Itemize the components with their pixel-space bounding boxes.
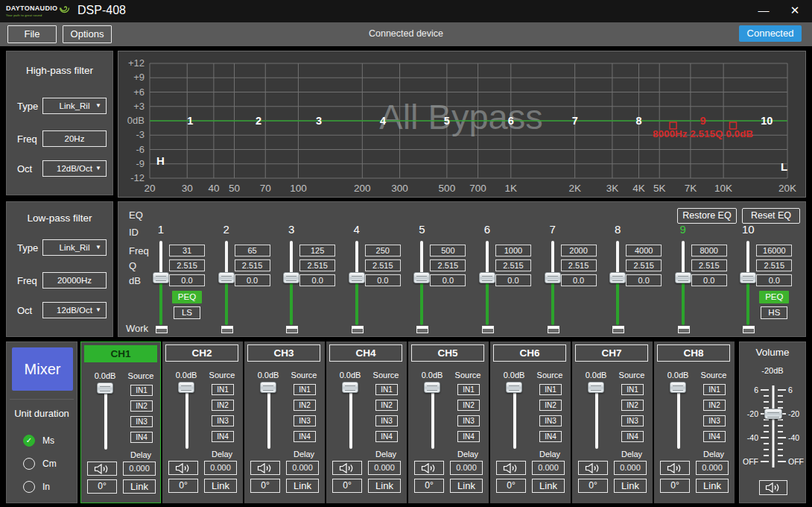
link-button[interactable]: Link: [614, 479, 647, 493]
eq-db-input[interactable]: 0.0: [169, 274, 205, 286]
eq-slider-handle[interactable]: [413, 272, 430, 283]
delay-value-input[interactable]: 0.000: [696, 461, 729, 475]
channel-header[interactable]: CH2: [165, 344, 238, 362]
eq-q-input[interactable]: 2.515: [691, 259, 727, 271]
input-select-button[interactable]: IN2: [539, 400, 562, 411]
eq-freq-input[interactable]: 250: [365, 245, 401, 256]
eq-slider-handle[interactable]: [218, 272, 235, 283]
eq-slider-handle[interactable]: [153, 272, 169, 283]
eq-db-input[interactable]: 0.0: [430, 274, 466, 286]
mute-button[interactable]: [414, 461, 444, 475]
reset-eq-button[interactable]: Reset EQ: [742, 208, 800, 224]
eq-freq-input[interactable]: 4000: [626, 245, 662, 256]
high-pass-handle[interactable]: H: [156, 154, 165, 167]
link-button[interactable]: Link: [532, 479, 565, 493]
work-checkbox[interactable]: [612, 326, 624, 333]
input-select-button[interactable]: IN1: [130, 385, 153, 396]
input-select-button[interactable]: IN4: [212, 431, 234, 442]
volume-mute-button[interactable]: [759, 480, 787, 495]
unit-radio-ms[interactable]: ✓Ms: [23, 429, 57, 452]
input-select-button[interactable]: IN2: [457, 400, 480, 411]
work-checkbox[interactable]: [416, 326, 428, 333]
channel-slider-handle[interactable]: [178, 382, 194, 393]
delay-value-input[interactable]: 0.000: [450, 461, 483, 475]
mute-button[interactable]: [332, 461, 362, 475]
eq-slider-handle[interactable]: [609, 272, 626, 283]
link-button[interactable]: Link: [368, 479, 401, 493]
lp-type-select[interactable]: Link_Ril ▼: [42, 239, 107, 256]
input-select-button[interactable]: IN2: [294, 400, 316, 411]
peq-button[interactable]: PEQ: [759, 291, 789, 303]
mixer-button[interactable]: Mixer: [12, 347, 73, 391]
eq-band-marker[interactable]: 3: [316, 115, 322, 127]
mute-button[interactable]: [168, 461, 198, 475]
mute-button[interactable]: [578, 461, 608, 475]
input-select-button[interactable]: IN3: [375, 415, 398, 426]
eq-band-marker[interactable]: 2: [256, 115, 261, 127]
channel-header[interactable]: CH8: [657, 344, 730, 362]
connected-badge[interactable]: Connected: [739, 25, 802, 42]
eq-db-input[interactable]: 0.0: [299, 274, 335, 286]
eq-band-marker[interactable]: 8: [636, 115, 642, 127]
eq-band-marker[interactable]: 10: [761, 115, 773, 127]
eq-band-marker[interactable]: 5: [444, 115, 450, 127]
input-select-button[interactable]: IN4: [130, 432, 153, 443]
eq-db-input[interactable]: 0.0: [756, 274, 792, 286]
work-checkbox[interactable]: [482, 326, 494, 333]
input-select-button[interactable]: IN2: [212, 400, 234, 411]
mute-button[interactable]: [87, 462, 117, 476]
eq-response-graph[interactable]: +12+9+6+30dB-3-6-9-122030405070100200300…: [118, 51, 806, 198]
eq-slider-handle[interactable]: [740, 272, 756, 283]
input-select-button[interactable]: IN3: [294, 415, 316, 426]
input-select-button[interactable]: IN3: [539, 415, 562, 426]
input-select-button[interactable]: IN3: [703, 415, 726, 426]
eq-band-marker[interactable]: 9: [700, 115, 705, 127]
mute-button[interactable]: [250, 461, 280, 475]
eq-freq-input[interactable]: 65: [235, 245, 270, 256]
lp-oct-select[interactable]: 12dB/Oct ▼: [42, 302, 107, 318]
volume-slider-handle[interactable]: [764, 409, 782, 419]
phase-button[interactable]: 0°: [87, 479, 117, 494]
work-checkbox[interactable]: [743, 326, 755, 333]
eq-db-input[interactable]: 0.0: [365, 274, 401, 286]
channel-slider-handle[interactable]: [97, 382, 113, 394]
minimize-icon[interactable]: —: [754, 1, 773, 19]
unit-radio-in[interactable]: In: [23, 475, 57, 498]
mute-button[interactable]: [496, 461, 526, 475]
work-checkbox[interactable]: [221, 326, 233, 333]
link-button[interactable]: Link: [450, 479, 483, 493]
input-select-button[interactable]: IN1: [457, 384, 480, 395]
shelf-button[interactable]: LS: [174, 306, 200, 319]
input-select-button[interactable]: IN2: [130, 400, 153, 412]
eq-q-input[interactable]: 2.515: [561, 259, 597, 271]
delay-value-input[interactable]: 0.000: [123, 462, 156, 476]
input-select-button[interactable]: IN4: [294, 431, 316, 442]
input-select-button[interactable]: IN2: [375, 400, 398, 411]
channel-slider-handle[interactable]: [506, 382, 522, 393]
peq-button[interactable]: PEQ: [172, 291, 202, 303]
channel-header[interactable]: CH7: [575, 344, 648, 362]
phase-button[interactable]: 0°: [660, 479, 690, 493]
hp-oct-select[interactable]: 12dB/Oct ▼: [42, 160, 107, 177]
link-button[interactable]: Link: [696, 479, 729, 493]
shelf-button[interactable]: HS: [761, 306, 787, 319]
delay-value-input[interactable]: 0.000: [286, 461, 319, 475]
eq-slider-handle[interactable]: [479, 272, 495, 283]
input-select-button[interactable]: IN4: [539, 431, 562, 442]
eq-q-input[interactable]: 2.515: [626, 259, 662, 271]
input-select-button[interactable]: IN3: [130, 416, 153, 427]
channel-slider-handle[interactable]: [588, 382, 604, 393]
eq-band-marker[interactable]: 6: [508, 115, 514, 127]
input-select-button[interactable]: IN1: [539, 384, 562, 395]
channel-slider-handle[interactable]: [342, 382, 358, 393]
eq-freq-input[interactable]: 16000: [756, 245, 792, 256]
phase-button[interactable]: 0°: [496, 479, 526, 493]
eq-q-input[interactable]: 2.515: [756, 259, 792, 271]
channel-slider-handle[interactable]: [424, 382, 440, 393]
eq-db-input[interactable]: 0.0: [691, 274, 727, 286]
eq-slider-handle[interactable]: [675, 272, 691, 283]
eq-db-input[interactable]: 0.0: [561, 274, 597, 286]
channel-header[interactable]: CH5: [411, 344, 484, 362]
input-select-button[interactable]: IN4: [703, 431, 726, 442]
phase-button[interactable]: 0°: [414, 479, 444, 493]
